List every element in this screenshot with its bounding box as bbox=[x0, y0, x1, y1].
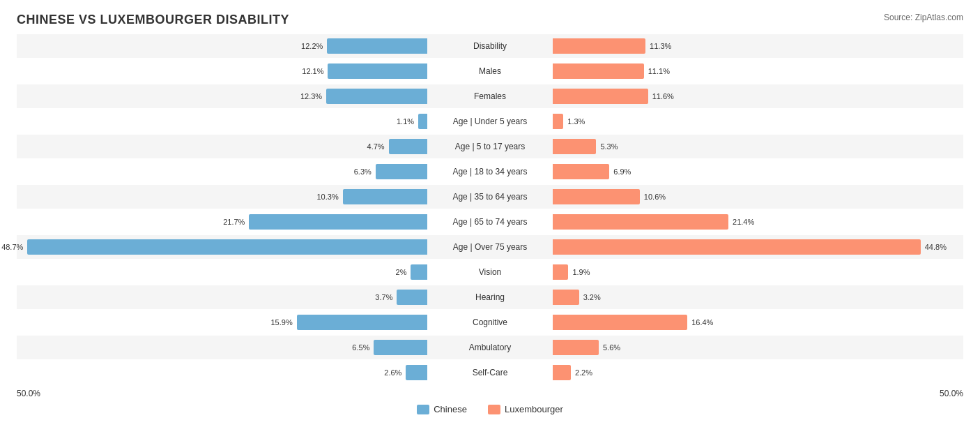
right-side: 5.3% bbox=[553, 137, 963, 156]
legend-label-chinese: Chinese bbox=[434, 404, 467, 414]
bar-right: 11.6% bbox=[553, 89, 648, 104]
bar-center-label: Age | 35 to 64 years bbox=[427, 192, 553, 202]
bar-right: 11.1% bbox=[553, 63, 644, 79]
right-side: 6.9% bbox=[553, 162, 963, 181]
bar-container: 15.9% Cognitive 16.4% bbox=[17, 313, 963, 332]
bar-right: 5.3% bbox=[553, 139, 596, 154]
bar-container: 4.7% Age | 5 to 17 years 5.3% bbox=[17, 137, 963, 156]
bar-row: 10.3% Age | 35 to 64 years 10.6% bbox=[17, 185, 963, 209]
bar-center-label: Hearing bbox=[427, 292, 553, 302]
bar-value-left: 21.7% bbox=[223, 218, 245, 226]
chart-source: Source: ZipAtlas.com bbox=[884, 13, 963, 22]
left-side: 10.3% bbox=[17, 187, 427, 207]
bar-center-label: Disability bbox=[427, 41, 553, 51]
bar-container: 10.3% Age | 35 to 64 years 10.6% bbox=[17, 187, 963, 207]
bar-value-right: 1.3% bbox=[567, 117, 585, 126]
bar-container: 48.7% Age | Over 75 years 44.8% bbox=[17, 237, 963, 257]
right-side: 11.6% bbox=[553, 87, 963, 106]
bar-container: 21.7% Age | 65 to 74 years 21.4% bbox=[17, 212, 963, 232]
bar-row: 12.3% Females 11.6% bbox=[17, 84, 963, 108]
bar-center-label: Age | 18 to 34 years bbox=[427, 167, 553, 177]
legend: Chinese Luxembourger bbox=[17, 404, 963, 414]
bar-value-left: 15.9% bbox=[271, 318, 293, 327]
bar-row: 15.9% Cognitive 16.4% bbox=[17, 310, 963, 334]
bar-value-left: 12.2% bbox=[301, 42, 323, 50]
bar-right: 10.6% bbox=[553, 189, 640, 204]
left-side: 3.7% bbox=[17, 287, 427, 307]
bar-right: 44.8% bbox=[553, 239, 921, 255]
bar-right: 2.2% bbox=[553, 365, 571, 380]
chart-header: CHINESE VS LUXEMBOURGER DISABILITY Sourc… bbox=[17, 13, 963, 27]
legend-color-luxembourger bbox=[488, 405, 500, 414]
bar-value-right: 6.9% bbox=[613, 167, 631, 176]
bar-right: 6.9% bbox=[553, 164, 609, 179]
bar-center-label: Age | 5 to 17 years bbox=[427, 142, 553, 151]
right-side: 5.6% bbox=[553, 338, 963, 357]
bar-left: 21.7% bbox=[249, 214, 427, 230]
bar-right: 1.9% bbox=[553, 264, 568, 280]
bar-value-right: 2.2% bbox=[575, 368, 592, 377]
bar-left: 2% bbox=[411, 264, 427, 280]
legend-label-luxembourger: Luxembourger bbox=[505, 404, 563, 414]
bar-center-label: Ambulatory bbox=[427, 343, 553, 352]
right-side: 16.4% bbox=[553, 313, 963, 332]
bar-container: 2% Vision 1.9% bbox=[17, 262, 963, 282]
bar-value-right: 44.8% bbox=[925, 243, 947, 251]
bar-left: 12.1% bbox=[328, 63, 427, 79]
right-side: 11.3% bbox=[553, 36, 963, 56]
bar-center-label: Self-Care bbox=[427, 368, 553, 377]
bar-right: 11.3% bbox=[553, 38, 645, 54]
bar-center-label: Age | Over 75 years bbox=[427, 242, 553, 252]
bar-value-left: 48.7% bbox=[1, 243, 23, 251]
chart-title: CHINESE VS LUXEMBOURGER DISABILITY bbox=[17, 13, 289, 27]
bar-value-left: 12.3% bbox=[300, 92, 322, 100]
bar-value-left: 10.3% bbox=[316, 193, 338, 201]
bar-left: 3.7% bbox=[397, 290, 427, 305]
bar-left: 48.7% bbox=[27, 239, 427, 255]
bar-value-right: 10.6% bbox=[644, 193, 666, 201]
bar-container: 2.6% Self-Care 2.2% bbox=[17, 363, 963, 382]
right-side: 11.1% bbox=[553, 61, 963, 81]
bar-value-left: 3.7% bbox=[375, 293, 392, 301]
bar-row: 6.5% Ambulatory 5.6% bbox=[17, 336, 963, 359]
left-side: 21.7% bbox=[17, 212, 427, 232]
bar-container: 12.3% Females 11.6% bbox=[17, 87, 963, 106]
bar-container: 6.5% Ambulatory 5.6% bbox=[17, 338, 963, 357]
bar-value-right: 1.9% bbox=[572, 268, 590, 276]
bar-center-label: Age | 65 to 74 years bbox=[427, 217, 553, 227]
bar-right: 1.3% bbox=[553, 114, 563, 129]
bar-value-right: 11.3% bbox=[650, 42, 671, 50]
bar-value-left: 6.5% bbox=[352, 343, 369, 352]
chart-area: 12.2% Disability 11.3% 12.1% Males 11.1% bbox=[17, 34, 963, 384]
bar-center-label: Males bbox=[427, 66, 553, 76]
bar-left: 12.3% bbox=[326, 89, 427, 104]
bar-value-right: 11.6% bbox=[652, 92, 674, 100]
right-side: 10.6% bbox=[553, 187, 963, 207]
bar-row: 6.3% Age | 18 to 34 years 6.9% bbox=[17, 160, 963, 183]
bar-row: 12.2% Disability 11.3% bbox=[17, 34, 963, 58]
legend-item-chinese: Chinese bbox=[417, 404, 467, 414]
bar-container: 6.3% Age | 18 to 34 years 6.9% bbox=[17, 162, 963, 181]
left-side: 4.7% bbox=[17, 137, 427, 156]
bar-right: 3.2% bbox=[553, 290, 579, 305]
bar-center-label: Cognitive bbox=[427, 317, 553, 327]
bar-left: 15.9% bbox=[297, 315, 427, 330]
bar-value-left: 4.7% bbox=[367, 142, 385, 151]
bar-container: 12.1% Males 11.1% bbox=[17, 61, 963, 81]
left-side: 6.3% bbox=[17, 162, 427, 181]
bar-row: 3.7% Hearing 3.2% bbox=[17, 285, 963, 309]
bar-value-right: 16.4% bbox=[691, 318, 713, 327]
bar-container: 3.7% Hearing 3.2% bbox=[17, 287, 963, 307]
bar-value-right: 11.1% bbox=[648, 67, 670, 75]
bar-value-right: 21.4% bbox=[733, 218, 754, 226]
bar-row: 12.1% Males 11.1% bbox=[17, 59, 963, 83]
axis-labels: 50.0% 50.0% bbox=[17, 389, 963, 398]
right-side: 21.4% bbox=[553, 212, 963, 232]
bar-left: 4.7% bbox=[389, 139, 427, 154]
bar-value-left: 1.1% bbox=[397, 117, 414, 126]
left-side: 6.5% bbox=[17, 338, 427, 357]
left-side: 2.6% bbox=[17, 363, 427, 382]
bar-value-left: 2% bbox=[396, 268, 407, 276]
bar-value-left: 12.1% bbox=[302, 67, 323, 75]
bar-row: 21.7% Age | 65 to 74 years 21.4% bbox=[17, 210, 963, 234]
